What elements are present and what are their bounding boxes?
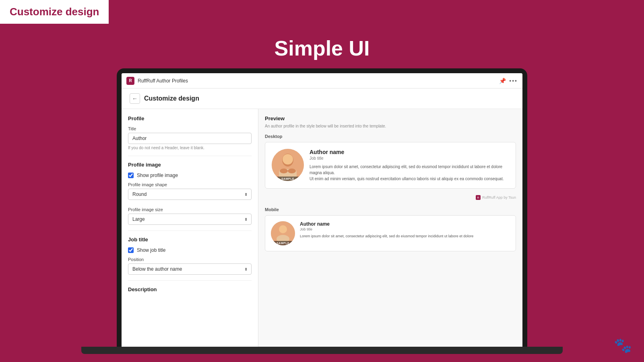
more-options-icon[interactable]: ••• (509, 78, 518, 84)
divider-2 (128, 230, 252, 231)
header-banner: Customize design (0, 0, 109, 24)
app-bar-right: 📌 ••• (499, 78, 518, 84)
paw-icon: 🐾 (614, 337, 632, 354)
show-job-title-checkbox[interactable] (128, 247, 134, 253)
desktop-preview-footer: R RuffRuff App by Tsun (265, 195, 516, 200)
mobile-preview-card: SAMPLE Author name Job title Lorem ipsum… (265, 215, 516, 251)
page-title: Simple UI (0, 36, 644, 60)
desktop-text-block: Author name Job title Lorem ipsum dolor … (310, 149, 509, 182)
desktop-preview-card: SAMPLE Author name Job title Lorem ipsum… (265, 142, 516, 189)
mobile-text-block: Author name Job title Lorem ipsum dolor … (300, 221, 510, 239)
profile-image-section-title: Profile image (128, 162, 252, 168)
show-job-title-row: Show job title (128, 247, 252, 253)
profile-image-shape-label: Profile image shape (128, 182, 252, 187)
footer-text: RuffRuff App by Tsun (482, 195, 516, 200)
desktop-job-title: Job title (310, 156, 509, 160)
back-button[interactable]: ← (130, 93, 140, 104)
svg-point-3 (283, 154, 293, 165)
left-panel: Profile Title If you do not need a Heade… (122, 109, 258, 347)
laptop-screen: R RuffRuff Author Profiles 📌 ••• ← Custo… (122, 73, 522, 347)
preview-subtitle: An author profile in the style below wil… (265, 124, 516, 128)
mobile-author-name: Author name (300, 221, 510, 227)
show-job-title-label: Show job title (137, 247, 165, 253)
footer-logo-icon: R (476, 195, 481, 200)
banner-title: Customize design (10, 6, 99, 18)
title-field-label: Title (128, 126, 252, 131)
profile-section-title: Profile (128, 115, 252, 121)
desktop-label: Desktop (265, 134, 516, 139)
description-section-title: Description (128, 286, 252, 292)
page-header: ← Customize design (122, 88, 522, 109)
profile-image-size-wrapper: Small Medium Large ⬍ (128, 214, 252, 225)
profile-image-shape-wrapper: Round Square ⬍ (128, 189, 252, 200)
mobile-label: Mobile (265, 207, 516, 212)
svg-point-7 (279, 225, 287, 233)
profile-image-shape-select[interactable]: Round Square (128, 189, 252, 200)
divider-1 (128, 156, 252, 156)
app-bar: R RuffRuff Author Profiles 📌 ••• (122, 73, 522, 88)
title-input[interactable] (128, 133, 252, 144)
desktop-profile-image: SAMPLE (272, 149, 304, 181)
mobile-job-title: Job title (300, 227, 510, 231)
right-panel: Preview An author profile in the style b… (258, 109, 522, 347)
show-profile-image-row: Show profile image (128, 173, 252, 178)
desktop-lorem-text: Lorem ipsum dolor sit amet, consectetur … (310, 164, 509, 182)
pin-icon[interactable]: 📌 (499, 78, 506, 84)
title-field-hint: If you do not need a Header, leave it bl… (128, 146, 252, 150)
position-label: Position (128, 257, 252, 262)
profile-image-size-label: Profile image size (128, 207, 252, 212)
laptop-container: R RuffRuff Author Profiles 📌 ••• ← Custo… (117, 68, 527, 354)
profile-image-size-select[interactable]: Small Medium Large (128, 214, 252, 225)
preview-title: Preview (265, 115, 516, 121)
main-panels: Profile Title If you do not need a Heade… (122, 109, 522, 347)
desktop-author-name: Author name (310, 149, 509, 155)
divider-3 (128, 280, 252, 281)
mobile-sample-label: SAMPLE (271, 241, 295, 245)
laptop-base (81, 347, 562, 354)
position-select[interactable]: Below the author name Above the author n… (128, 263, 252, 275)
show-profile-image-checkbox[interactable] (128, 173, 134, 178)
job-title-section-title: Job title (128, 237, 252, 243)
mobile-lorem-text: Lorem ipsum dolor sit amet, consectetur … (300, 234, 510, 239)
desktop-sample-label: SAMPLE (272, 177, 304, 181)
app-logo: R (126, 77, 134, 85)
show-profile-image-label: Show profile image (137, 173, 178, 178)
svg-point-5 (288, 169, 296, 173)
svg-point-4 (280, 169, 288, 173)
app-name: RuffRuff Author Profiles (138, 78, 188, 84)
desktop-person-illustration (272, 149, 304, 181)
page-header-title: Customize design (144, 95, 199, 102)
app-bar-left: R RuffRuff Author Profiles (126, 77, 188, 85)
position-wrapper: Below the author name Above the author n… (128, 263, 252, 275)
mobile-profile-image: SAMPLE (271, 221, 295, 245)
